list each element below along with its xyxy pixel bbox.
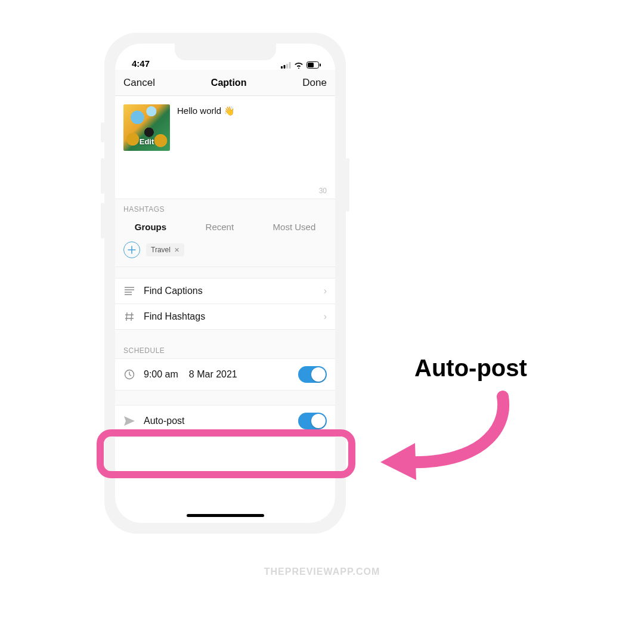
find-captions-label: Find Captions [144,286,203,296]
autopost-toggle[interactable] [298,413,327,429]
phone-notch [175,44,276,60]
phone-side-button [101,122,104,143]
home-indicator [187,514,264,517]
list-icon [123,287,135,295]
tab-most-used[interactable]: Most Used [273,222,316,232]
photo-thumbnail[interactable]: Edit [123,104,170,151]
phone-screen: 4:47 Cancel Caption Done Edit Hello worl… [115,44,335,523]
schedule-time-row[interactable]: 9:00 am 8 Mar 2021 [115,358,335,391]
battery-icon [306,61,321,69]
chevron-right-icon: › [324,311,327,322]
find-captions-row[interactable]: Find Captions › [115,278,335,304]
svg-rect-1 [284,65,286,69]
svg-rect-3 [289,62,291,69]
tab-groups[interactable]: Groups [135,222,166,232]
svg-rect-2 [286,64,288,69]
phone-frame: 4:47 Cancel Caption Done Edit Hello worl… [104,33,346,534]
char-count: 30 [115,185,335,199]
svg-rect-0 [281,66,283,69]
chevron-right-icon: › [324,286,327,296]
phone-side-button [101,158,104,194]
hashtag-chip-label: Travel [151,246,171,254]
find-hashtags-label: Find Hashtags [144,311,205,322]
wifi-icon [294,62,304,69]
caption-area: Edit Hello world 👋 [115,96,335,185]
remove-hashtag-icon[interactable]: ✕ [174,246,179,254]
plus-icon [128,246,136,254]
svg-rect-5 [308,63,314,67]
caption-input[interactable]: Hello world 👋 [177,104,235,185]
phone-side-button [101,203,104,239]
clock-icon [123,369,135,380]
schedule-time: 9:00 am [144,369,178,380]
schedule-date: 8 Mar 2021 [189,369,237,380]
tab-recent[interactable]: Recent [206,222,234,232]
navbar: Cancel Caption Done [115,70,335,96]
edit-photo-label: Edit [140,137,154,146]
navbar-title: Caption [211,78,247,88]
svg-rect-6 [320,64,321,67]
cancel-button[interactable]: Cancel [123,77,155,89]
send-icon [123,416,135,426]
hashtag-chip[interactable]: Travel ✕ [146,243,184,256]
autopost-row[interactable]: Auto-post [115,405,335,437]
status-time: 4:47 [132,58,150,69]
phone-side-button [346,158,349,212]
autopost-label: Auto-post [144,416,184,426]
add-hashtag-button[interactable] [123,242,140,258]
hashtags-section-label: HASHTAGS [115,199,335,217]
find-hashtags-row[interactable]: Find Hashtags › [115,304,335,330]
schedule-section-label: SCHEDULE [115,340,335,358]
hashtag-row: Travel ✕ [115,238,335,267]
hashtag-tabs: Groups Recent Most Used [115,217,335,238]
cellular-icon [281,62,291,69]
done-button[interactable]: Done [302,77,327,89]
hashtag-icon [123,312,135,321]
watermark: THEPREVIEWAPP.COM [264,566,380,577]
status-icons [281,61,321,69]
callout-label: Auto-post [414,355,527,382]
schedule-toggle[interactable] [298,366,327,383]
arrow-icon [369,385,524,486]
